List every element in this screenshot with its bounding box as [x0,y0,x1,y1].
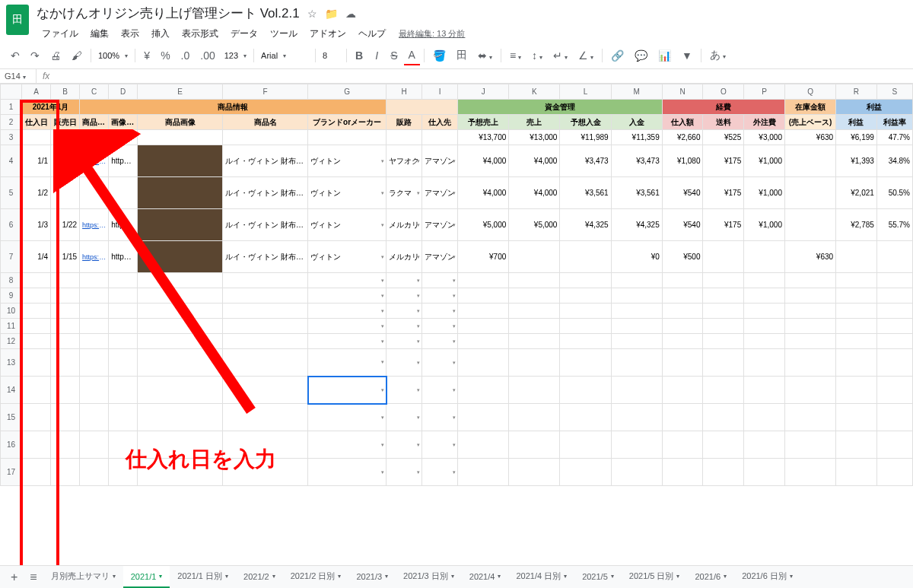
row-header-7[interactable]: 7 [1,241,22,273]
cell-b[interactable]: 1/15 [51,241,80,273]
cell[interactable] [109,349,138,377]
cell[interactable] [109,130,138,145]
col-header-H[interactable]: H [387,84,422,100]
cell[interactable] [138,273,223,288]
sub-n[interactable]: 仕入額 [662,115,703,130]
cell[interactable] [876,334,912,349]
chart-button[interactable]: 📊 [654,46,676,65]
cell[interactable] [662,377,703,404]
supplier-cell[interactable]: アマゾン [422,177,458,209]
paint-format-button[interactable]: 🖌 [67,46,87,65]
sub-d[interactable]: 画像URL [109,115,138,130]
cell-b[interactable] [51,177,80,209]
cell[interactable] [308,349,387,377]
cell[interactable] [80,319,109,334]
cell[interactable] [611,273,662,288]
cell[interactable] [703,431,744,459]
col-header-B[interactable]: B [51,84,80,100]
cell[interactable] [223,404,308,431]
row-header-13[interactable]: 13 [1,349,22,377]
cell[interactable] [138,334,223,349]
cell[interactable] [509,459,560,486]
cell[interactable] [138,130,223,145]
strike-button[interactable]: S [386,46,402,65]
row-header-8[interactable]: 8 [1,273,22,288]
col-header-L[interactable]: L [560,84,611,100]
cell[interactable] [109,404,138,431]
imgurl-cell[interactable] [109,177,138,209]
cell[interactable] [80,404,109,431]
row-header-11[interactable]: 11 [1,319,22,334]
rotate-button[interactable]: ∠ [574,46,598,65]
row-header-1[interactable]: 1 [1,100,22,115]
sub-a[interactable]: 仕入日 [21,115,50,130]
row-header-16[interactable]: 16 [1,431,22,459]
val-s[interactable]: 50.5% [876,177,912,209]
imgurl-cell[interactable]: https://i [109,241,138,273]
cell[interactable] [703,404,744,431]
cell[interactable] [876,431,912,459]
menu-ツール[interactable]: ツール [265,25,303,43]
cell[interactable] [80,459,109,486]
val-m[interactable]: ¥4,325 [611,209,662,241]
date-header[interactable]: 2021年1月 [21,100,79,115]
cell[interactable] [611,319,662,334]
cell[interactable] [611,334,662,349]
row-header-2[interactable]: 2 [1,115,22,130]
col-header-F[interactable]: F [223,84,308,100]
cell[interactable] [458,349,509,377]
cell[interactable] [308,288,387,304]
total-q[interactable]: ¥630 [784,130,835,145]
brand-cell[interactable]: ヴィトン [308,145,387,177]
cell[interactable] [109,334,138,349]
val-o[interactable]: ¥175 [703,145,744,177]
row-header-15[interactable]: 15 [1,404,22,431]
redo-button[interactable]: ↷ [26,46,44,65]
cell[interactable] [662,334,703,349]
cell[interactable] [387,130,422,145]
cell[interactable] [662,404,703,431]
cell[interactable] [138,288,223,304]
cell[interactable] [560,273,611,288]
val-j[interactable]: ¥4,000 [458,145,509,177]
product-name[interactable]: ルイ・ヴィトン 財布 M62237 [223,209,308,241]
cell[interactable] [387,319,422,334]
col-header-P[interactable]: P [744,84,785,100]
val-p[interactable]: ¥1,000 [744,209,785,241]
cell[interactable] [51,431,80,459]
col-header-J[interactable]: J [458,84,509,100]
cell[interactable] [662,459,703,486]
fill-button[interactable]: 🪣 [428,46,450,65]
cell[interactable] [21,431,50,459]
cell[interactable] [560,404,611,431]
sub-g[interactable]: ブランドorメーカー [308,115,387,130]
bold-button[interactable]: B [351,46,367,65]
cell[interactable] [560,334,611,349]
val-r[interactable]: ¥2,021 [836,177,877,209]
sheet-tab-2021/6[interactable]: 2021/6▾ [687,566,734,588]
cell[interactable] [509,334,560,349]
cell[interactable] [560,431,611,459]
cell[interactable] [387,334,422,349]
cell[interactable] [51,349,80,377]
col-header-A[interactable]: A [21,84,50,100]
sub-i[interactable]: 仕入先 [422,115,458,130]
channel-cell[interactable]: メルカリ [387,241,422,273]
cell[interactable] [703,288,744,304]
cell[interactable] [703,273,744,288]
cell[interactable] [80,431,109,459]
menu-編集[interactable]: 編集 [85,25,114,43]
cell[interactable] [876,377,912,404]
cell-b[interactable]: 1/22 [51,209,80,241]
expense-header[interactable]: 経費 [662,100,784,115]
print-button[interactable]: 🖨 [46,46,65,65]
total-o[interactable]: ¥525 [703,130,744,145]
cell[interactable] [80,130,109,145]
row-header-5[interactable]: 5 [1,177,22,209]
row-header-6[interactable]: 6 [1,209,22,241]
cell[interactable] [784,334,835,349]
menu-アドオン[interactable]: アドオン [304,25,352,43]
cell[interactable] [109,377,138,404]
cell[interactable] [662,288,703,304]
sub-k[interactable]: 売上 [509,115,560,130]
